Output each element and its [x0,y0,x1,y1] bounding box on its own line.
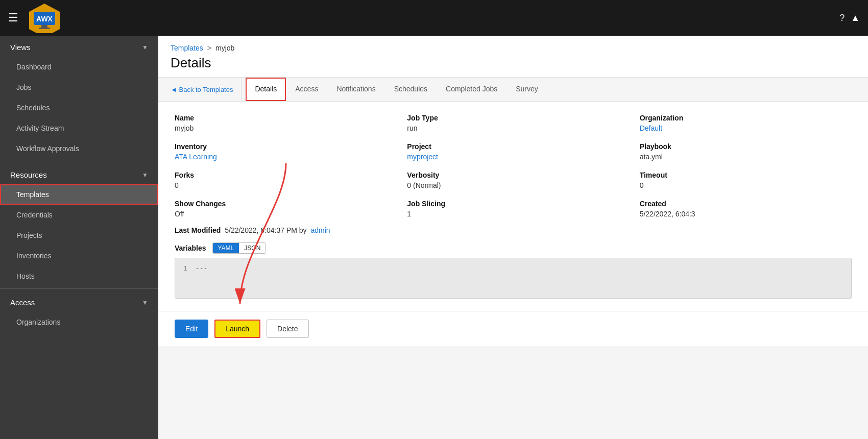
sidebar: Views ▼ Dashboard Jobs Schedules Activit… [0,36,158,439]
sidebar-item-dashboard[interactable]: Dashboard [0,57,158,77]
page-title: Details [171,55,856,77]
tab-details[interactable]: Details [246,78,286,101]
svg-rect-4 [39,28,50,29]
tab-survey[interactable]: Survey [507,78,547,101]
actions-bar: Edit Launch Delete [158,311,868,346]
breadcrumb-separator: > [207,44,211,52]
field-name-value: myjob [175,124,387,132]
tabs-bar: ◄ Back to Templates Details Access Notif… [158,78,868,102]
variables-section: Variables YAML JSON 1 --- [175,242,852,299]
field-show-changes-label: Show Changes [175,200,387,208]
sidebar-item-activity-stream[interactable]: Activity Stream [0,118,158,138]
field-name-label: Name [175,114,387,122]
sidebar-item-organizations[interactable]: Organizations [0,312,158,332]
field-timeout: Timeout 0 [640,171,852,189]
field-project: Project myproject [407,142,619,161]
sidebar-item-credentials[interactable]: Credentials [0,205,158,225]
tab-notifications[interactable]: Notifications [327,78,384,101]
sidebar-section-views-label: Views [10,43,31,52]
field-show-changes-value: Off [175,210,387,218]
details-panel: Name myjob Job Type run Organization Def… [158,102,868,311]
json-button[interactable]: JSON [239,243,266,253]
breadcrumb-current: myjob [215,44,234,52]
tab-schedules[interactable]: Schedules [385,78,437,101]
sidebar-item-templates[interactable]: Templates [0,184,158,205]
field-last-modified: Last Modified 5/22/2022, 6:04:37 PM by a… [175,226,852,234]
sidebar-section-views[interactable]: Views ▼ [0,36,158,57]
field-inventory-label: Inventory [175,142,387,151]
details-grid: Name myjob Job Type run Organization Def… [175,114,852,218]
field-job-type-value: run [407,124,619,132]
field-verbosity-label: Verbosity [407,171,619,179]
last-modified-text: 5/22/2022, 6:04:37 PM by [225,226,306,234]
field-created-value: 5/22/2022, 6:04:3 [640,210,852,218]
sidebar-section-access[interactable]: Access ▼ [0,291,158,312]
field-forks-label: Forks [175,171,387,179]
hamburger-menu-icon[interactable]: ☰ [8,11,18,25]
field-inventory-value[interactable]: ATA Learning [175,153,387,161]
breadcrumb-templates-link[interactable]: Templates [171,44,203,52]
topbar: ☰ AWX ? ▲ [0,0,868,36]
field-timeout-value: 0 [640,181,852,189]
yaml-button[interactable]: YAML [213,243,239,253]
variables-editor: 1 --- [175,258,852,299]
sidebar-item-inventories[interactable]: Inventories [0,246,158,266]
field-organization-label: Organization [640,114,852,122]
logo: AWX [27,3,62,33]
tab-completed-jobs[interactable]: Completed Jobs [437,78,507,101]
svg-rect-3 [41,25,47,28]
delete-button[interactable]: Delete [267,320,308,338]
sidebar-item-projects[interactable]: Projects [0,225,158,246]
field-project-value[interactable]: myproject [407,153,619,161]
breadcrumb: Templates > myjob [171,44,856,52]
field-show-changes: Show Changes Off [175,200,387,218]
field-job-slicing-label: Job Slicing [407,200,619,208]
field-forks-value: 0 [175,181,387,189]
field-verbosity-value: 0 (Normal) [407,181,619,189]
field-organization: Organization Default [640,114,852,132]
user-menu-icon[interactable]: ▲ [851,13,860,23]
field-forks: Forks 0 [175,171,387,189]
field-last-modified-label: Last Modified [175,226,221,234]
variables-code: --- [196,264,207,292]
sidebar-item-schedules[interactable]: Schedules [0,97,158,118]
back-to-templates-link[interactable]: ◄ Back to Templates [171,79,242,101]
svg-text:AWX: AWX [36,15,53,23]
field-playbook-label: Playbook [640,142,852,151]
variables-toggle: YAML JSON [212,242,267,254]
field-playbook: Playbook ata.yml [640,142,852,161]
tab-access[interactable]: Access [286,78,327,101]
sidebar-item-hosts[interactable]: Hosts [0,266,158,286]
field-created: Created 5/22/2022, 6:04:3 [640,200,852,218]
views-chevron-icon: ▼ [142,44,148,51]
resources-chevron-icon: ▼ [142,172,148,179]
field-job-type-label: Job Type [407,114,619,122]
logo-icon: AWX [27,3,62,33]
access-chevron-icon: ▼ [142,299,148,306]
sidebar-section-resources-label: Resources [10,170,47,179]
field-timeout-label: Timeout [640,171,852,179]
field-name: Name myjob [175,114,387,132]
field-inventory: Inventory ATA Learning [175,142,387,161]
field-job-type: Job Type run [407,114,619,132]
field-project-label: Project [407,142,619,151]
field-job-slicing-value: 1 [407,210,619,218]
content-header: Templates > myjob Details [158,36,868,78]
variables-label: Variables [175,244,206,252]
last-modified-user-link[interactable]: admin [310,226,330,234]
sidebar-item-jobs[interactable]: Jobs [0,77,158,97]
field-created-label: Created [640,200,852,208]
edit-button[interactable]: Edit [175,320,208,338]
sidebar-section-access-label: Access [10,298,35,307]
sidebar-section-resources[interactable]: Resources ▼ [0,163,158,184]
field-verbosity: Verbosity 0 (Normal) [407,171,619,189]
help-icon[interactable]: ? [839,13,845,23]
field-last-modified-value: 5/22/2022, 6:04:37 PM by admin [225,226,330,234]
field-job-slicing: Job Slicing 1 [407,200,619,218]
sidebar-item-workflow-approvals[interactable]: Workflow Approvals [0,138,158,159]
field-organization-value[interactable]: Default [640,124,852,132]
field-playbook-value: ata.yml [640,153,852,161]
variables-header: Variables YAML JSON [175,242,852,254]
line-numbers: 1 [183,264,187,292]
launch-button[interactable]: Launch [214,320,260,338]
